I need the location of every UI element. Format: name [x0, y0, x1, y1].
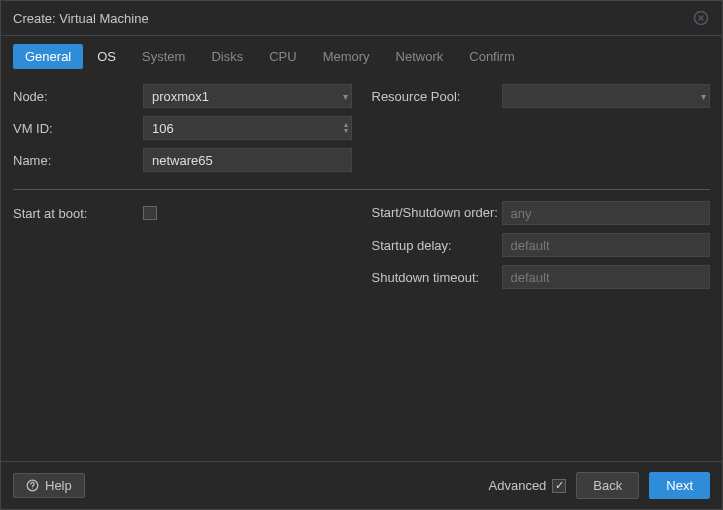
- tab-network: Network: [384, 44, 456, 69]
- vmid-label: VM ID:: [13, 121, 143, 136]
- vmid-field[interactable]: [143, 116, 352, 140]
- form-col-right: Resource Pool: ▾: [372, 83, 711, 179]
- resource-pool-label: Resource Pool:: [372, 89, 502, 104]
- tab-disks: Disks: [199, 44, 255, 69]
- titlebar: Create: Virtual Machine: [1, 1, 722, 36]
- resource-pool-field[interactable]: [502, 84, 711, 108]
- back-button[interactable]: Back: [576, 472, 639, 499]
- startup-delay-label: Startup delay:: [372, 238, 502, 253]
- tab-confirm: Confirm: [457, 44, 527, 69]
- name-label: Name:: [13, 153, 143, 168]
- advanced-checkbox[interactable]: [552, 479, 566, 493]
- tab-os[interactable]: OS: [85, 44, 128, 69]
- svg-point-4: [32, 488, 33, 489]
- tab-cpu: CPU: [257, 44, 308, 69]
- tab-general[interactable]: General: [13, 44, 83, 69]
- startup-delay-field[interactable]: [502, 233, 711, 257]
- wizard-tabs: General OS System Disks CPU Memory Netwo…: [1, 36, 722, 75]
- help-button[interactable]: Help: [13, 473, 85, 498]
- start-order-field[interactable]: [502, 201, 711, 225]
- next-button[interactable]: Next: [649, 472, 710, 499]
- shutdown-timeout-field[interactable]: [502, 265, 711, 289]
- help-icon: [26, 479, 39, 492]
- tab-system: System: [130, 44, 197, 69]
- form-col-left-2: Start at boot:: [13, 200, 352, 296]
- form-section-main: Node: ▾ VM ID: ▴▾ Name:: [13, 83, 710, 179]
- start-order-label: Start/Shutdown order:: [372, 205, 502, 222]
- footer-right: Advanced Back Next: [489, 472, 710, 499]
- divider: [13, 189, 710, 190]
- start-at-boot-label: Start at boot:: [13, 206, 143, 221]
- close-icon: [693, 10, 709, 26]
- start-at-boot-checkbox[interactable]: [143, 206, 157, 220]
- node-field[interactable]: [143, 84, 352, 108]
- shutdown-timeout-label: Shutdown timeout:: [372, 270, 502, 285]
- help-label: Help: [45, 478, 72, 493]
- name-field[interactable]: [143, 148, 352, 172]
- footer: Help Advanced Back Next: [1, 461, 722, 509]
- form-section-advanced: Start at boot: Start/Shutdown order: Sta…: [13, 200, 710, 296]
- window-title: Create: Virtual Machine: [13, 11, 149, 26]
- form-content: Node: ▾ VM ID: ▴▾ Name:: [1, 75, 722, 461]
- advanced-label: Advanced: [489, 478, 547, 493]
- advanced-toggle[interactable]: Advanced: [489, 478, 567, 493]
- create-vm-dialog: Create: Virtual Machine General OS Syste…: [0, 0, 723, 510]
- form-col-left: Node: ▾ VM ID: ▴▾ Name:: [13, 83, 352, 179]
- tab-memory: Memory: [311, 44, 382, 69]
- node-label: Node:: [13, 89, 143, 104]
- form-col-right-2: Start/Shutdown order: Startup delay: Shu…: [372, 200, 711, 296]
- close-button[interactable]: [692, 9, 710, 27]
